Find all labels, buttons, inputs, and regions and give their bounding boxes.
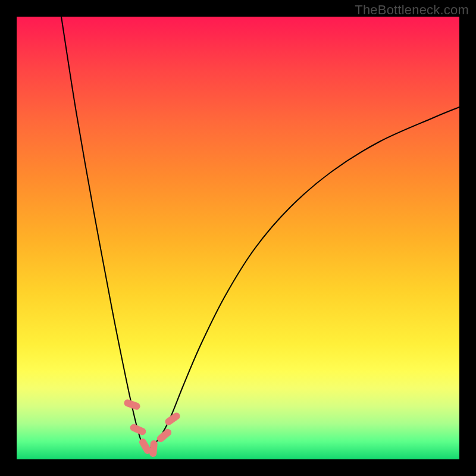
markers-group [123,399,181,458]
plot-area [17,17,459,459]
marker-left-descent-2 [129,423,147,436]
chart-svg [17,17,459,459]
watermark-text: TheBottleneck.com [355,2,469,18]
marker-bottom-2 [149,440,158,458]
bottleneck-curve [61,17,459,449]
